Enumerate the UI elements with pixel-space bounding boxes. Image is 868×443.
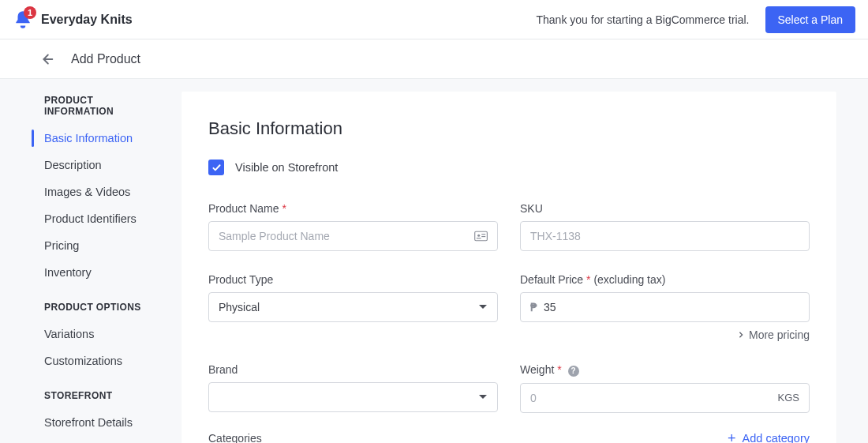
weight-unit: KGS [778, 392, 799, 404]
sidebar: PRODUCT INFORMATION Basic Information De… [0, 79, 181, 443]
sidebar-item-inventory[interactable]: Inventory [0, 259, 181, 286]
sidebar-item-variations[interactable]: Variations [0, 321, 181, 347]
weight-field: Weight * ? KGS [520, 363, 810, 413]
visible-on-storefront-label: Visible on Storefront [235, 161, 338, 174]
sidebar-item-storefront-details[interactable]: Storefront Details [0, 409, 181, 436]
weight-label: Weight [520, 363, 554, 376]
default-price-label: Default Price [520, 273, 583, 286]
weight-input[interactable] [530, 392, 772, 404]
product-type-value: Physical [219, 301, 260, 313]
product-type-field: Product Type Physical [208, 273, 498, 341]
sidebar-item-basic-information[interactable]: Basic Information [0, 125, 181, 152]
notifications-badge: 1 [24, 6, 36, 19]
required-mark: * [557, 363, 561, 376]
sidebar-section-product-options: PRODUCT OPTIONS [0, 297, 181, 321]
page-title: Basic Information [208, 118, 810, 139]
sidebar-item-description[interactable]: Description [0, 152, 181, 178]
back-arrow-icon[interactable] [38, 51, 55, 68]
svg-point-1 [477, 235, 480, 237]
notifications-bell[interactable]: 1 [13, 9, 33, 30]
sidebar-item-customizations[interactable]: Customizations [0, 347, 181, 374]
default-price-input[interactable] [544, 301, 799, 313]
sidebar-item-custom-fields[interactable]: Custom Fields [0, 436, 181, 443]
page-subtitle: Add Product [71, 52, 140, 66]
product-name-input[interactable] [219, 230, 474, 242]
brand-label: Brand [208, 363, 498, 376]
svg-rect-4 [477, 238, 481, 238]
main-card: Basic Information Visible on Storefront … [181, 92, 836, 443]
categories-label: Categories [208, 432, 262, 444]
sidebar-item-images-videos[interactable]: Images & Videos [0, 178, 181, 205]
currency-symbol: ₱ [530, 301, 537, 313]
sku-input[interactable] [530, 230, 799, 242]
required-mark: * [586, 273, 590, 286]
sku-label: SKU [520, 202, 810, 215]
product-name-field: Product Name * [208, 202, 498, 251]
top-bar: 1 Everyday Knits Thank you for starting … [0, 0, 868, 39]
sidebar-item-pricing[interactable]: Pricing [0, 232, 181, 259]
sidebar-section-storefront: STOREFRONT [0, 385, 181, 409]
sidebar-item-product-identifiers[interactable]: Product Identifiers [0, 205, 181, 232]
product-type-label: Product Type [208, 273, 498, 286]
more-pricing-link[interactable]: More pricing [520, 328, 810, 341]
trial-message: Thank you for starting a BigCommerce tri… [537, 13, 750, 26]
required-mark: * [282, 202, 286, 215]
add-category-button[interactable]: + Add category [728, 432, 810, 444]
store-name: Everyday Knits [41, 13, 133, 27]
sku-field: SKU [520, 202, 810, 251]
visible-on-storefront-checkbox[interactable] [208, 160, 224, 175]
brand-select[interactable] [208, 382, 498, 412]
chevron-down-icon [478, 302, 488, 312]
chevron-down-icon [478, 392, 488, 402]
chevron-right-icon [738, 332, 744, 338]
default-price-hint: (excluding tax) [593, 273, 665, 286]
brand-field: Brand [208, 363, 498, 413]
svg-rect-3 [481, 236, 485, 237]
plus-icon: + [728, 433, 736, 444]
check-icon [211, 163, 222, 173]
id-card-icon [474, 231, 488, 242]
sub-header: Add Product [0, 39, 868, 79]
sidebar-section-product-information: PRODUCT INFORMATION [0, 90, 181, 125]
product-name-label: Product Name [208, 202, 279, 215]
default-price-field: Default Price * (excluding tax) ₱ More p… [520, 273, 810, 341]
select-plan-button[interactable]: Select a Plan [765, 6, 856, 33]
help-icon[interactable]: ? [568, 366, 579, 377]
svg-rect-2 [481, 234, 485, 235]
product-type-select[interactable]: Physical [208, 292, 498, 322]
